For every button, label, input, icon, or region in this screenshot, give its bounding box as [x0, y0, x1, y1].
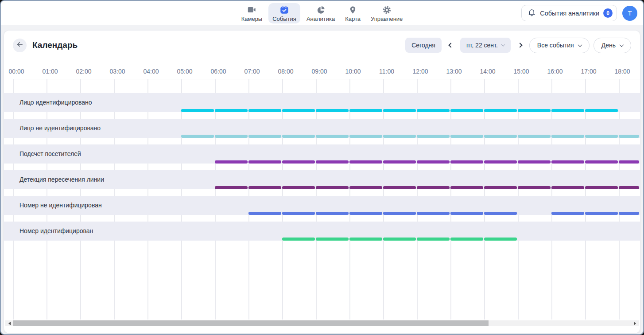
event-bar-segment[interactable]	[585, 160, 618, 164]
event-bar-segment[interactable]	[450, 238, 483, 241]
event-bar-segment[interactable]	[551, 212, 584, 215]
event-bar-segment[interactable]	[484, 135, 517, 138]
event-bar-segment[interactable]	[551, 109, 584, 112]
back-button[interactable]	[13, 39, 27, 52]
event-bar-segment[interactable]	[450, 135, 483, 138]
event-bar-segment[interactable]	[349, 212, 382, 215]
event-bar-segment[interactable]	[248, 186, 281, 189]
event-bar-segment[interactable]	[619, 212, 639, 215]
nav-item-map[interactable]: Карта	[341, 3, 365, 23]
nav-item-cameras[interactable]: Камеры	[237, 3, 267, 23]
topbar-right-cluster: События аналитики 0 T	[521, 5, 637, 21]
event-bar-segment[interactable]	[551, 160, 584, 164]
event-bar-segment[interactable]	[282, 238, 315, 241]
event-bar-segment[interactable]	[450, 109, 483, 112]
event-bar-segment[interactable]	[619, 160, 639, 164]
event-bar-segment[interactable]	[484, 186, 517, 189]
event-bar-segment[interactable]	[349, 238, 382, 241]
event-bar-segment[interactable]	[585, 212, 618, 215]
event-bar-segment[interactable]	[551, 135, 584, 138]
map-pin-icon	[349, 5, 357, 15]
analytics-events-button[interactable]: События аналитики 0	[521, 5, 617, 21]
prev-day-button[interactable]	[446, 40, 456, 51]
event-bar-segment[interactable]	[551, 186, 584, 189]
event-bar-segment[interactable]	[282, 160, 315, 164]
event-bar-segment[interactable]	[316, 109, 349, 112]
hour-label: 16:00	[543, 68, 567, 75]
event-bar-segment[interactable]	[518, 186, 551, 189]
event-bar-segment[interactable]	[484, 238, 517, 241]
nav-item-management[interactable]: Управление	[367, 3, 407, 23]
event-bar-segment[interactable]	[349, 135, 382, 138]
nav-item-events[interactable]: События	[268, 3, 300, 23]
event-bar-segment[interactable]	[282, 212, 315, 215]
event-bar-segment[interactable]	[417, 135, 450, 138]
event-bar-segment[interactable]	[282, 135, 315, 138]
scrollbar-thumb[interactable]	[13, 320, 489, 326]
event-bar-segment[interactable]	[484, 160, 517, 164]
event-bar-segment[interactable]	[316, 135, 349, 138]
view-mode-select[interactable]: День	[594, 38, 631, 53]
event-bar-segment[interactable]	[349, 160, 382, 164]
event-bar-segment[interactable]	[450, 212, 483, 215]
event-bar-segment[interactable]	[215, 135, 248, 138]
scroll-left-arrow[interactable]	[6, 320, 12, 326]
event-bar-segment[interactable]	[585, 186, 618, 189]
event-bar-segment[interactable]	[518, 135, 551, 138]
event-bar-segment[interactable]	[450, 160, 483, 164]
event-bar-segment[interactable]	[316, 186, 349, 189]
event-bar-segment[interactable]	[417, 212, 450, 215]
event-bar-segment[interactable]	[383, 160, 416, 164]
event-bar-segment[interactable]	[181, 109, 214, 112]
event-bar-segment[interactable]	[316, 238, 349, 241]
next-day-button[interactable]	[515, 40, 525, 51]
event-bar-segment[interactable]	[181, 135, 214, 138]
event-bar-segment[interactable]	[282, 109, 315, 112]
event-bar-segment[interactable]	[316, 212, 349, 215]
bell-icon	[528, 8, 536, 19]
event-bar-segment[interactable]	[215, 109, 248, 112]
event-bar-segment[interactable]	[518, 109, 551, 112]
event-bar-segment[interactable]	[383, 109, 416, 112]
event-bar-segment[interactable]	[484, 212, 517, 215]
horizontal-scrollbar[interactable]	[5, 320, 639, 326]
event-bar-segment[interactable]	[349, 186, 382, 189]
event-bar-segment[interactable]	[383, 212, 416, 215]
app-window: Камеры События Аналитика Карта	[0, 0, 644, 335]
scroll-right-arrow[interactable]	[632, 320, 638, 326]
event-bar-segment[interactable]	[484, 109, 517, 112]
event-bar-segment[interactable]	[585, 109, 618, 112]
date-select[interactable]: пт, 22 сент.	[460, 38, 511, 53]
event-bar-segment[interactable]	[417, 109, 450, 112]
event-bar-segment[interactable]	[585, 135, 618, 138]
event-bar-segment[interactable]	[248, 160, 281, 164]
event-bar-segment[interactable]	[316, 160, 349, 164]
event-bar-segment[interactable]	[417, 186, 450, 189]
event-bar-segment[interactable]	[383, 238, 416, 241]
hour-label: 07:00	[240, 68, 264, 75]
event-bar-segment[interactable]	[282, 186, 315, 189]
event-bar-segment[interactable]	[248, 212, 281, 215]
event-bar-segment[interactable]	[417, 160, 450, 164]
event-bar-segment[interactable]	[349, 109, 382, 112]
event-bar-segment[interactable]	[215, 160, 248, 164]
event-bar-segment[interactable]	[248, 135, 281, 138]
event-bar-segment[interactable]	[248, 109, 281, 112]
view-mode-label: День	[601, 42, 616, 49]
event-bar-segment[interactable]	[518, 160, 551, 164]
event-bar-segment[interactable]	[450, 186, 483, 189]
event-bar-segment[interactable]	[619, 135, 639, 138]
event-filter-select[interactable]: Все события	[529, 38, 590, 53]
hour-label: 11:00	[374, 68, 399, 75]
event-filter-label: Все события	[537, 42, 574, 49]
today-button[interactable]: Сегодня	[405, 38, 442, 53]
event-bar-segment[interactable]	[215, 186, 248, 189]
event-bar-segment[interactable]	[417, 238, 450, 241]
triangle-left-icon	[8, 322, 11, 325]
hour-label: 04:00	[139, 68, 163, 75]
user-avatar[interactable]: T	[622, 6, 637, 21]
event-bar-segment[interactable]	[383, 135, 416, 138]
event-bar-segment[interactable]	[619, 186, 639, 189]
nav-item-analytics[interactable]: Аналитика	[303, 3, 339, 23]
event-bar-segment[interactable]	[383, 186, 416, 189]
